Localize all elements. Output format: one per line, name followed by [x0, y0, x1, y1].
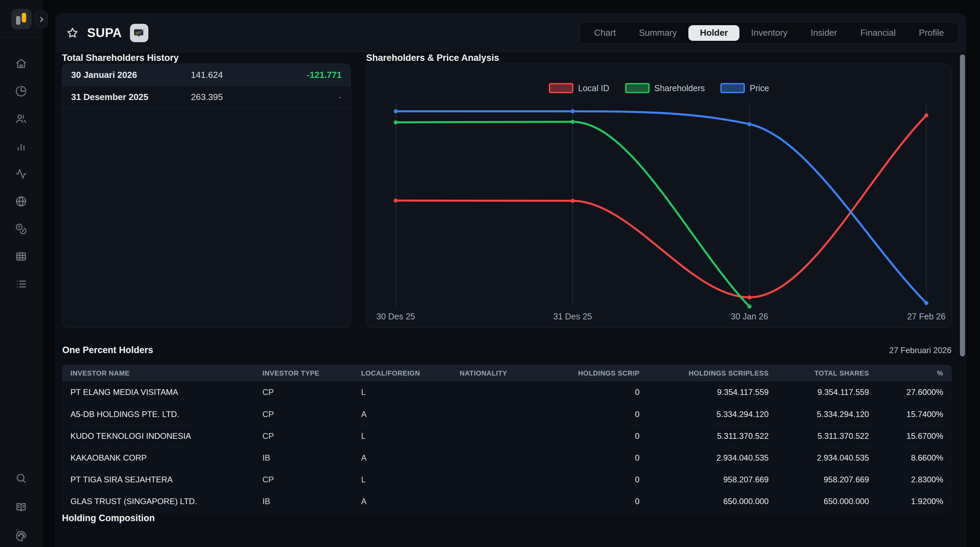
stock-chart-badge-icon	[130, 24, 148, 42]
column-header: NATIONALITY	[460, 369, 565, 377]
history-row[interactable]: 31 Desember 2025263.395-	[62, 86, 350, 108]
sidebar-item-pie-chart[interactable]	[0, 77, 42, 105]
cell: 0	[565, 453, 640, 463]
history-value: 263.395	[191, 92, 339, 102]
legend-swatch	[721, 83, 745, 93]
sidebar-item-activity[interactable]	[0, 160, 42, 188]
shareholders-history-section: Total Shareholders History 30 Januari 20…	[62, 52, 351, 328]
table-row[interactable]: A5-DB HOLDINGS PTE. LTD.CPA05.334.294.12…	[62, 403, 951, 425]
cell: 1.9200%	[869, 497, 943, 506]
page-content: Total Shareholders History 30 Januari 20…	[56, 52, 966, 524]
cell: 0	[565, 497, 640, 506]
cell: 0	[565, 388, 640, 397]
app-logo[interactable]	[11, 9, 32, 29]
ticker-symbol: SUPA	[87, 26, 122, 40]
sidebar-item-coins[interactable]	[0, 215, 42, 243]
cell: CP	[262, 431, 361, 441]
legend-label: Shareholders	[654, 83, 705, 93]
history-section-title: Total Shareholders History	[62, 52, 351, 64]
table-row[interactable]: KUDO TEKNOLOGI INDONESIACPL05.311.370.52…	[62, 425, 951, 447]
tab-inventory[interactable]: Inventory	[740, 22, 799, 44]
column-header: HOLDINGS SCRIPLESS	[640, 369, 769, 377]
search-icon	[15, 472, 27, 484]
history-value: 141.624	[191, 70, 307, 80]
page-tabs: ChartSummaryHolderInventoryInsiderFinanc…	[579, 22, 959, 44]
chart-legend: Local IDShareholdersPrice	[366, 83, 951, 93]
cell: KUDO TEKNOLOGI INDONESIA	[70, 431, 262, 441]
sidebar-item-bar-chart[interactable]	[0, 132, 42, 160]
history-row[interactable]: 30 Januari 2026141.624-121.771	[62, 64, 350, 86]
analysis-chart-panel: Local IDShareholdersPrice 30 Des 2531 De…	[366, 64, 952, 328]
cell: A5-DB HOLDINGS PTE. LTD.	[70, 410, 262, 419]
svg-text:31 Des 25: 31 Des 25	[553, 312, 592, 321]
sidebar-item-users[interactable]	[0, 105, 42, 132]
cell: 958.207.669	[640, 475, 769, 484]
cell: 5.334.294.120	[769, 410, 869, 419]
favorite-star-icon[interactable]	[66, 27, 79, 40]
cell: 958.207.669	[769, 475, 869, 484]
cell: L	[361, 388, 460, 397]
shareholders-history-panel: 30 Januari 2026141.624-121.77131 Desembe…	[62, 64, 351, 328]
column-header: TOTAL SHARES	[769, 369, 869, 377]
coins-icon	[15, 223, 27, 235]
cell: PT ELANG MEDIA VISITAMA	[70, 388, 262, 397]
sidebar-item-search[interactable]	[0, 464, 42, 493]
table-row[interactable]: KAKAOBANK CORPIBA02.934.040.5352.934.040…	[62, 447, 951, 468]
history-change: -	[339, 92, 342, 102]
vertical-scrollbar-thumb[interactable]	[960, 54, 965, 356]
history-date: 30 Januari 2026	[71, 70, 191, 80]
table-row[interactable]: PT TIGA SIRA SEJAHTERACPL0958.207.669958…	[62, 468, 951, 490]
users-icon	[15, 113, 27, 124]
cell: 15.7400%	[869, 410, 943, 419]
tab-summary[interactable]: Summary	[627, 22, 688, 44]
holders-table-header: INVESTOR NAMEINVESTOR TYPELOCAL/FOREIGNN…	[62, 365, 951, 381]
cell: KAKAOBANK CORP	[70, 453, 262, 463]
bar-chart-icon	[15, 140, 27, 152]
legend-swatch	[625, 83, 649, 93]
header-bar: SUPA ChartSummaryHolderInventoryInsiderF…	[56, 14, 966, 52]
tab-insider[interactable]: Insider	[799, 22, 849, 44]
column-header: INVESTOR NAME	[70, 369, 262, 377]
table-row[interactable]: PT ELANG MEDIA VISITAMACPL09.354.117.559…	[62, 381, 951, 403]
holders-section-title: One Percent Holders	[62, 344, 153, 356]
table-row[interactable]: GLAS TRUST (SINGAPORE) LTD.IBA0650.000.0…	[62, 490, 951, 512]
sidebar-item-palette[interactable]	[0, 522, 42, 547]
cell: 15.6700%	[869, 431, 943, 441]
cell: CP	[262, 388, 361, 397]
sidebar-expand-button[interactable]	[35, 11, 48, 27]
globe-icon	[15, 196, 27, 207]
svg-text:30 Jan 26: 30 Jan 26	[731, 312, 768, 321]
price-analysis-section: Shareholders & Price Analysis Local IDSh…	[366, 52, 952, 328]
legend-item-shareholders[interactable]: Shareholders	[625, 83, 705, 93]
column-header: INVESTOR TYPE	[262, 369, 361, 377]
cell: 2.934.040.535	[640, 453, 769, 463]
tab-chart[interactable]: Chart	[582, 22, 627, 44]
tab-profile[interactable]: Profile	[907, 22, 956, 44]
cell: 5.311.370.522	[640, 431, 769, 441]
sidebar-footer	[0, 464, 42, 547]
legend-label: Price	[749, 83, 769, 93]
svg-text:27 Feb 26: 27 Feb 26	[907, 312, 946, 321]
cell: L	[361, 431, 460, 441]
logo-block-amber	[22, 13, 26, 22]
sidebar-item-globe[interactable]	[0, 188, 42, 215]
column-header: LOCAL/FOREIGN	[361, 369, 460, 377]
list-icon	[15, 278, 27, 290]
sidebar-item-book[interactable]	[0, 493, 42, 522]
sidebar-item-home[interactable]	[0, 50, 42, 77]
legend-item-price[interactable]: Price	[721, 83, 769, 93]
cell: 8.6600%	[869, 453, 943, 463]
chevron-right-icon	[38, 16, 45, 23]
cell: IB	[262, 497, 361, 506]
sidebar-item-list[interactable]	[0, 270, 42, 297]
cell: 0	[565, 431, 640, 441]
legend-item-local-id[interactable]: Local ID	[549, 83, 609, 93]
cell: GLAS TRUST (SINGAPORE) LTD.	[70, 497, 262, 506]
tab-holder[interactable]: Holder	[688, 25, 740, 41]
tab-financial[interactable]: Financial	[849, 22, 907, 44]
analysis-section-title: Shareholders & Price Analysis	[366, 52, 952, 64]
sidebar-item-grid[interactable]	[0, 243, 42, 270]
history-change: -121.771	[307, 70, 342, 80]
holders-table-body: PT ELANG MEDIA VISITAMACPL09.354.117.559…	[62, 381, 951, 512]
cell: 650.000.000	[769, 497, 869, 506]
